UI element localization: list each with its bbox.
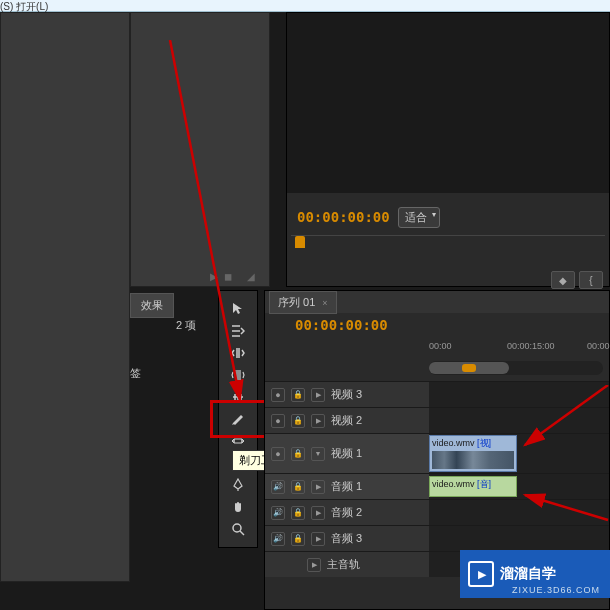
eye-icon[interactable] xyxy=(271,414,285,428)
track-body[interactable]: video.wmv [音] xyxy=(429,474,609,499)
expand-icon[interactable] xyxy=(311,414,325,428)
ripple-edit-tool[interactable] xyxy=(228,343,248,363)
track-label: 音频 3 xyxy=(331,531,423,546)
watermark-brand: 溜溜自学 xyxy=(500,565,556,583)
hand-tool[interactable] xyxy=(228,497,248,517)
ruler-tick: 00:00 xyxy=(429,341,452,351)
selection-tool[interactable] xyxy=(228,299,248,319)
ruler-tick: 00:00:15:00 xyxy=(507,341,555,351)
zoom-tool[interactable] xyxy=(228,519,248,539)
timeline-ruler[interactable]: 00:00 00:00:15:00 00:00:30:00 xyxy=(429,341,609,357)
watermark: 溜溜自学 ZIXUE.3D66.COM xyxy=(460,550,610,598)
project-panel: ▶◼ ◢ xyxy=(130,12,270,287)
lock-icon[interactable] xyxy=(291,414,305,428)
eye-icon[interactable] xyxy=(271,447,285,461)
pen-tool[interactable] xyxy=(228,475,248,495)
expand-icon[interactable] xyxy=(307,558,321,572)
close-icon[interactable]: × xyxy=(322,298,327,308)
watermark-url: ZIXUE.3D66.COM xyxy=(512,585,600,595)
track-row: 视频 3 xyxy=(265,381,609,407)
expand-icon[interactable] xyxy=(311,532,325,546)
lock-icon[interactable] xyxy=(291,532,305,546)
speaker-icon[interactable] xyxy=(271,532,285,546)
monitor-timecode[interactable]: 00:00:00:00 xyxy=(297,209,390,225)
marker-button[interactable]: ◆ xyxy=(551,271,575,289)
track-label: 视频 2 xyxy=(331,413,423,428)
browser-topbar: (S) 打开(L) xyxy=(0,0,610,12)
rolling-edit-tool[interactable] xyxy=(228,365,248,385)
grip-icon xyxy=(462,364,476,372)
track-row: 音频 1 video.wmv [音] xyxy=(265,473,609,499)
expand-icon[interactable] xyxy=(311,388,325,402)
tools-panel xyxy=(218,290,258,548)
left-panel xyxy=(0,12,130,582)
track-body[interactable] xyxy=(429,382,609,407)
track-body[interactable] xyxy=(429,500,609,525)
track-body[interactable] xyxy=(429,526,609,551)
monitor-playhead[interactable] xyxy=(295,236,305,248)
track-body[interactable] xyxy=(429,408,609,433)
track-row: 视频 1 video.wmv [视] xyxy=(265,433,609,473)
expand-icon[interactable] xyxy=(311,506,325,520)
track-body[interactable]: video.wmv [视] xyxy=(429,434,609,473)
speaker-icon[interactable] xyxy=(271,480,285,494)
eye-icon[interactable] xyxy=(271,388,285,402)
bracket-button[interactable]: { xyxy=(579,271,603,289)
razor-tool[interactable] xyxy=(228,409,248,429)
track-label: 视频 3 xyxy=(331,387,423,402)
scrollbar-thumb[interactable] xyxy=(429,362,509,374)
track-label: 音频 2 xyxy=(331,505,423,520)
play-icon xyxy=(468,561,494,587)
timeline-zoom-scrollbar[interactable] xyxy=(429,361,603,375)
svg-point-0 xyxy=(233,524,241,532)
video-clip[interactable]: video.wmv [视] xyxy=(429,435,517,472)
monitor-canvas xyxy=(287,13,609,193)
lock-icon[interactable] xyxy=(291,447,305,461)
speaker-icon[interactable] xyxy=(271,506,285,520)
expand-icon[interactable] xyxy=(311,480,325,494)
track-row: 音频 3 xyxy=(265,525,609,551)
track-select-tool[interactable] xyxy=(228,321,248,341)
collapse-icon[interactable] xyxy=(311,447,325,461)
ruler-tick: 00:00:30:00 xyxy=(587,341,610,351)
clip-thumbnail xyxy=(432,451,514,469)
audio-clip[interactable]: video.wmv [音] xyxy=(429,476,517,497)
monitor-ruler[interactable] xyxy=(291,235,605,255)
lock-icon[interactable] xyxy=(291,388,305,402)
timeline-timecode[interactable]: 00:00:00:00 xyxy=(295,317,388,333)
rate-stretch-tool[interactable] xyxy=(228,387,248,407)
program-monitor: 00:00:00:00 适合 ◆ { xyxy=(286,12,610,287)
lock-icon[interactable] xyxy=(291,480,305,494)
sequence-tab[interactable]: 序列 01 × xyxy=(269,291,337,314)
sequence-tab-label: 序列 01 xyxy=(278,296,315,308)
timeline-tabs: 序列 01 × xyxy=(265,291,609,313)
zoom-dropdown[interactable]: 适合 xyxy=(398,207,440,228)
panel-footer-icons: ▶◼ ◢ xyxy=(210,271,261,282)
lock-icon[interactable] xyxy=(291,506,305,520)
effects-tab[interactable]: 效果 xyxy=(130,293,174,318)
tag-label: 签 xyxy=(130,366,141,381)
track-label: 音频 1 xyxy=(331,479,423,494)
track-row: 视频 2 xyxy=(265,407,609,433)
slip-tool[interactable] xyxy=(228,431,248,451)
track-label: 主音轨 xyxy=(327,557,423,572)
track-row: 音频 2 xyxy=(265,499,609,525)
track-label: 视频 1 xyxy=(331,446,423,461)
items-count: 2 项 xyxy=(176,318,196,333)
